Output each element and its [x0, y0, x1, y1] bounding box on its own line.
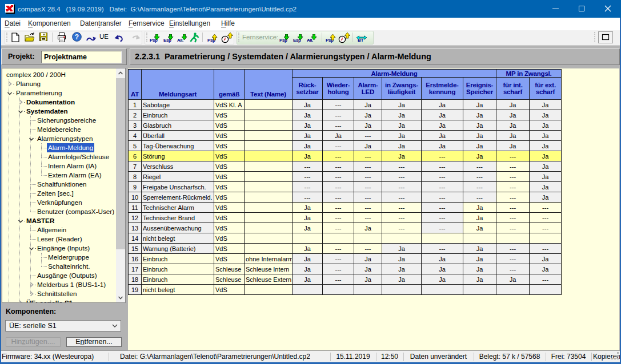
svg-text:?: ? — [75, 33, 79, 41]
